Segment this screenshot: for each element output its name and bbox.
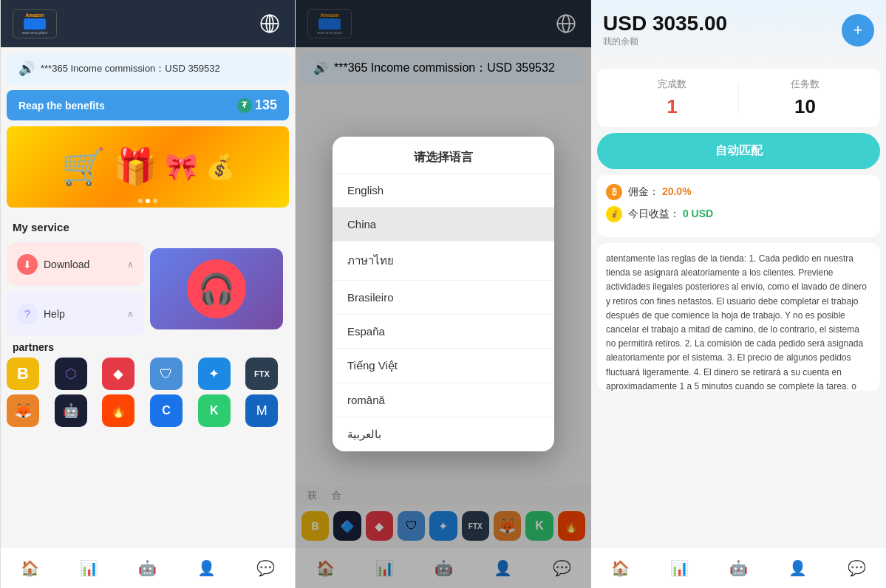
- completed-value: 1: [606, 95, 738, 118]
- tasks-value: 10: [739, 95, 871, 118]
- partner-web3[interactable]: ✦: [198, 358, 231, 390]
- p3-nav-robot[interactable]: 🤖: [720, 555, 757, 581]
- p3-commission-card: ₿ 佣金： 20.0% 💰 今日收益： 0 USD: [597, 175, 880, 237]
- chevron-up-icon-2: ∧: [127, 309, 134, 319]
- lang-item-brasileiro[interactable]: Brasileiro: [333, 280, 554, 314]
- download-label: Download: [44, 259, 121, 270]
- nav-robot[interactable]: 🤖: [129, 555, 166, 581]
- p3-home-icon: 🏠: [611, 559, 630, 577]
- chat-icon: 💬: [256, 559, 275, 577]
- commission-rate-label: 佣金：: [628, 185, 659, 197]
- partner-icons-grid: B ⬡ ◆ 🛡 ✦ FTX 🦊 🤖 🔥 C K M: [1, 358, 295, 427]
- p3-nav-user[interactable]: 👤: [780, 555, 816, 581]
- p1-banner[interactable]: 🛒 🎁 🎀 💰: [7, 126, 289, 208]
- partner-ftx[interactable]: FTX: [245, 358, 278, 390]
- download-icon: ⬇: [17, 254, 38, 275]
- daily-value: 0 USD: [683, 208, 713, 219]
- lang-item-vietnamese[interactable]: Tiếng Việt: [333, 348, 554, 383]
- p3-stats-card: 完成数 1 任务数 10: [597, 69, 880, 127]
- p3-nav-chart[interactable]: 📊: [661, 555, 698, 581]
- partner-bot[interactable]: 🤖: [55, 394, 87, 427]
- panel-3: USD 3035.00 我的余额 + 完成数 1 任务数 10 自动匹配 ₿ 佣…: [591, 0, 886, 588]
- partner-kucoin[interactable]: K: [198, 394, 231, 427]
- banner-dots: [138, 199, 157, 203]
- language-modal: 请选择语言 English China ภาษาไทย Brasileiro E…: [333, 137, 554, 451]
- p3-user-icon: 👤: [788, 559, 807, 577]
- home-icon: 🏠: [21, 559, 39, 577]
- amazon-logo: Amazon www.amz.place: [13, 9, 57, 38]
- dot-1: [138, 199, 143, 203]
- partner-fox[interactable]: 🦊: [7, 394, 39, 427]
- dot-2: [146, 199, 150, 203]
- tether-badge: ₮ 135: [237, 98, 277, 113]
- daily-label: 今日收益：: [628, 208, 680, 219]
- nav-user[interactable]: 👤: [188, 555, 225, 581]
- service-buttons: ⬇ Download ∧ ? Help ∧: [7, 242, 144, 335]
- p2-background: Amazon www.amz.place 🔊 ***365 Income com…: [296, 0, 591, 588]
- tether-amount: 135: [255, 98, 277, 113]
- auto-match-button[interactable]: 自动匹配: [597, 133, 880, 169]
- daily-earnings-row: 💰 今日收益： 0 USD: [606, 206, 871, 222]
- logo-top: Amazon: [25, 13, 44, 18]
- nav-home[interactable]: 🏠: [12, 555, 48, 581]
- add-button[interactable]: +: [842, 14, 874, 47]
- p1-header: Amazon www.amz.place: [1, 0, 295, 47]
- p3-nav-chat[interactable]: 💬: [839, 555, 875, 581]
- p1-bottom-nav: 🏠 📊 🤖 👤 💬: [1, 547, 295, 588]
- panel-1: Amazon www.amz.place 🔊 ***365 Income com…: [0, 0, 296, 588]
- nav-chat[interactable]: 💬: [248, 555, 284, 581]
- help-box: 🎧: [187, 259, 246, 318]
- p3-header: USD 3035.00 我的余额 +: [591, 0, 886, 63]
- partner-shield[interactable]: 🛡: [150, 358, 183, 390]
- partners-title: partners: [1, 335, 295, 358]
- p3-nav-home[interactable]: 🏠: [602, 555, 638, 581]
- rules-text: atentamente las reglas de la tienda: 1. …: [606, 253, 869, 391]
- language-list: English China ภาษาไทย Brasileiro España …: [333, 173, 554, 451]
- lang-item-arabic[interactable]: بالعربية: [333, 417, 554, 451]
- help-label: Help: [44, 308, 121, 320]
- commission-rate-value: 20.0%: [662, 185, 692, 197]
- yellow-coin-icon: 💰: [606, 206, 622, 222]
- tasks-stat: 任务数 10: [739, 78, 871, 118]
- user-icon: 👤: [197, 559, 216, 577]
- benefits-label: Reap the benefits: [18, 100, 105, 112]
- partner-fire[interactable]: 🔥: [102, 394, 134, 427]
- p1-notification: 🔊 ***365 Income commission：USD 359532: [7, 53, 289, 84]
- p3-chart-icon: 📊: [670, 559, 689, 577]
- commission-rate-row: ₿ 佣金： 20.0%: [606, 184, 871, 200]
- partner-crypto1[interactable]: ⬡: [55, 358, 87, 390]
- balance-info: USD 3035.00 我的余额: [603, 12, 727, 48]
- commission-rate-text: 佣金： 20.0%: [628, 185, 692, 199]
- tasks-label: 任务数: [739, 78, 871, 91]
- download-service-item[interactable]: ⬇ Download ∧: [7, 242, 144, 286]
- panel-2: Amazon www.amz.place 🔊 ***365 Income com…: [296, 0, 591, 588]
- speaker-icon: 🔊: [18, 61, 35, 77]
- p3-robot-icon: 🤖: [729, 559, 748, 577]
- help-image: 🎧: [150, 248, 283, 329]
- partner-meta[interactable]: M: [245, 394, 278, 427]
- banner-content: 🛒 🎁 🎀 💰: [7, 126, 289, 208]
- lang-item-china[interactable]: China: [333, 207, 554, 241]
- globe-button[interactable]: [256, 10, 283, 37]
- p3-rules-card: atentamente las reglas de la tienda: 1. …: [597, 243, 880, 391]
- partner-coinbase[interactable]: C: [150, 394, 183, 427]
- partner-crypto2[interactable]: ◆: [102, 358, 134, 390]
- my-service-title: My service: [1, 213, 295, 238]
- logo-bottom: www.amz.place: [22, 30, 48, 35]
- lang-item-english[interactable]: English: [333, 173, 554, 207]
- logo-icon: [24, 18, 46, 30]
- daily-earnings-text: 今日收益： 0 USD: [628, 208, 713, 221]
- tether-icon: ₮: [237, 98, 252, 113]
- completed-label: 完成数: [606, 78, 738, 91]
- p1-benefits-bar[interactable]: Reap the benefits ₮ 135: [7, 90, 289, 120]
- nav-chart[interactable]: 📊: [71, 555, 107, 581]
- robot-icon: 🤖: [138, 559, 157, 577]
- help-service-item[interactable]: ? Help ∧: [7, 292, 144, 335]
- partner-binance[interactable]: B: [7, 358, 39, 390]
- gold-coin-icon: ₿: [606, 184, 622, 200]
- lang-item-romanian[interactable]: română: [333, 383, 554, 417]
- lang-item-espana[interactable]: España: [333, 314, 554, 348]
- p3-chat-icon: 💬: [848, 559, 866, 577]
- dot-3: [153, 199, 157, 203]
- lang-item-thai[interactable]: ภาษาไทย: [333, 241, 554, 280]
